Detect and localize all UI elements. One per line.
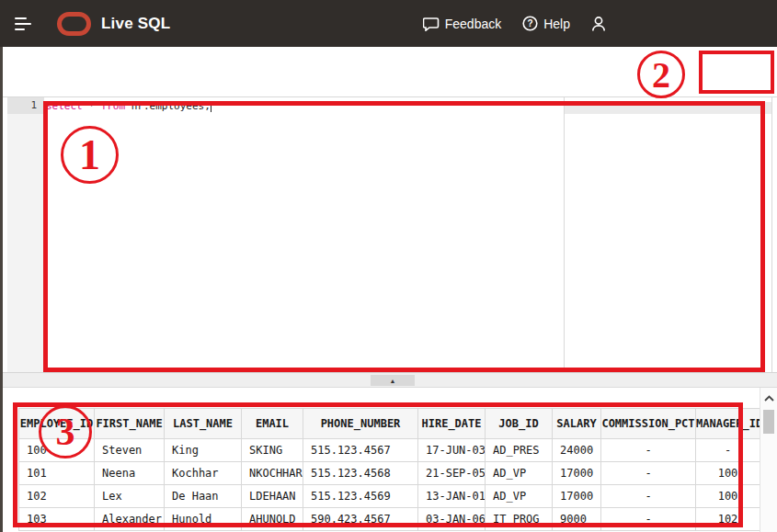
- triangle-up-icon: ▲: [390, 378, 396, 384]
- table-cell: 13-JAN-01: [418, 485, 486, 508]
- code-area[interactable]: select * from hr.employees;: [41, 97, 564, 372]
- panel-splitter[interactable]: ▲: [3, 373, 777, 388]
- table-cell: AD_VP: [486, 485, 553, 508]
- column-header[interactable]: HIRE_DATE: [418, 409, 486, 439]
- table-cell: 515.123.4568: [303, 462, 418, 485]
- table-row[interactable]: 102LexDe HaanLDEHAAN515.123.456913-JAN-0…: [19, 485, 760, 508]
- column-header[interactable]: PHONE_NUMBER: [303, 409, 418, 439]
- table-cell: -: [696, 439, 760, 462]
- table-cell: 100: [696, 462, 760, 485]
- table-row[interactable]: 103AlexanderHunoldAHUNOLD590.423.456703-…: [19, 508, 760, 531]
- table-cell: AHUNOLD: [242, 508, 303, 531]
- table-cell: Steven: [95, 439, 165, 462]
- table-cell: 21-SEP-05: [418, 462, 486, 485]
- feedback-button[interactable]: Feedback: [423, 17, 501, 31]
- column-header[interactable]: MANAGER_ID: [696, 409, 760, 439]
- hamburger-menu-icon[interactable]: [15, 17, 31, 30]
- table-cell: 17-JUN-03: [418, 439, 486, 462]
- table-cell: 103: [19, 508, 95, 531]
- sql-keyword: from: [101, 100, 126, 112]
- live-sql-app: Live SQL Feedback ? Help SQL: [0, 0, 777, 532]
- table-cell: King: [165, 439, 242, 462]
- feedback-label: Feedback: [445, 17, 501, 31]
- table-cell: LDEHAAN: [242, 485, 303, 508]
- table-cell: 515.123.4567: [303, 439, 418, 462]
- table-cell: -: [601, 462, 696, 485]
- table-cell: 100: [696, 485, 760, 508]
- app-header: Live SQL Feedback ? Help: [0, 0, 777, 47]
- table-cell: 515.123.4569: [303, 485, 418, 508]
- table-cell: IT_PROG: [486, 508, 553, 531]
- app-title: Live SQL: [101, 15, 170, 33]
- scroll-up-icon[interactable]: [760, 391, 777, 405]
- editor-line-gutter: 1: [7, 97, 44, 372]
- table-cell: 24000: [553, 439, 601, 462]
- editor-side-panel-strip: [565, 102, 771, 114]
- help-button[interactable]: ? Help: [522, 16, 570, 31]
- table-cell: 101: [19, 462, 95, 485]
- collapse-panel-button[interactable]: ▲: [371, 375, 415, 386]
- svg-text:?: ?: [528, 18, 533, 28]
- table-row[interactable]: 101NeenaKochharNKOCHHAR515.123.456821-SE…: [19, 462, 760, 485]
- user-icon: [591, 16, 606, 32]
- table-cell: 590.423.4567: [303, 508, 418, 531]
- table-cell: Lex: [95, 485, 165, 508]
- oracle-logo: [57, 12, 91, 36]
- table-cell: AD_VP: [486, 462, 553, 485]
- sql-identifier: hr.employees;: [125, 100, 211, 112]
- results-table: EMPLOYEE_IDFIRST_NAMELAST_NAMEEMAILPHONE…: [18, 408, 760, 531]
- table-cell: -: [601, 508, 696, 531]
- table-cell: 100: [19, 439, 95, 462]
- column-header[interactable]: COMMISSION_PCT: [601, 409, 696, 439]
- column-header[interactable]: JOB_ID: [486, 409, 553, 439]
- column-header[interactable]: FIRST_NAME: [95, 409, 165, 439]
- scrollbar-thumb[interactable]: [763, 410, 774, 434]
- table-cell: Alexander: [95, 508, 165, 531]
- table-row[interactable]: 100StevenKingSKING515.123.456717-JUN-03A…: [19, 439, 760, 462]
- column-header[interactable]: EMPLOYEE_ID: [19, 409, 95, 439]
- text-cursor: [211, 101, 212, 112]
- table-cell: 17000: [553, 462, 601, 485]
- table-cell: SKING: [242, 439, 303, 462]
- column-header[interactable]: SALARY: [553, 409, 601, 439]
- line-number: 1: [7, 97, 44, 114]
- table-cell: 102: [19, 485, 95, 508]
- table-cell: 102: [696, 508, 760, 531]
- table-cell: Neena: [95, 462, 165, 485]
- worksheet-toolbar: SQL Worksheet Clear Find Actions Save: [3, 47, 777, 97]
- table-cell: Kochhar: [165, 462, 242, 485]
- code-line: select * from hr.employees;: [41, 97, 564, 112]
- sql-star: *: [83, 100, 101, 112]
- table-cell: De Haan: [165, 485, 242, 508]
- speech-bubble-icon: [423, 17, 440, 31]
- table-cell: -: [601, 439, 696, 462]
- sql-editor[interactable]: 1 select * from hr.employees;: [3, 97, 777, 373]
- results-panel: EMPLOYEE_IDFIRST_NAMELAST_NAMEEMAILPHONE…: [3, 388, 777, 532]
- table-cell: NKOCHHAR: [242, 462, 303, 485]
- table-cell: 03-JAN-06: [418, 508, 486, 531]
- sql-keyword: select: [46, 100, 83, 112]
- column-header[interactable]: LAST_NAME: [165, 409, 242, 439]
- help-icon: ?: [522, 16, 538, 31]
- table-cell: 17000: [553, 485, 601, 508]
- user-menu-button[interactable]: [591, 16, 606, 32]
- table-cell: AD_PRES: [486, 439, 553, 462]
- table-header-row: EMPLOYEE_IDFIRST_NAMELAST_NAMEEMAILPHONE…: [19, 409, 760, 439]
- table-cell: -: [601, 485, 696, 508]
- table-cell: Hunold: [165, 508, 242, 531]
- help-label: Help: [543, 17, 570, 31]
- column-header[interactable]: EMAIL: [242, 409, 303, 439]
- editor-side-panel: [565, 97, 772, 372]
- vertical-scrollbar[interactable]: [760, 388, 777, 532]
- header-nav: Feedback ? Help: [423, 16, 606, 32]
- table-cell: 9000: [553, 508, 601, 531]
